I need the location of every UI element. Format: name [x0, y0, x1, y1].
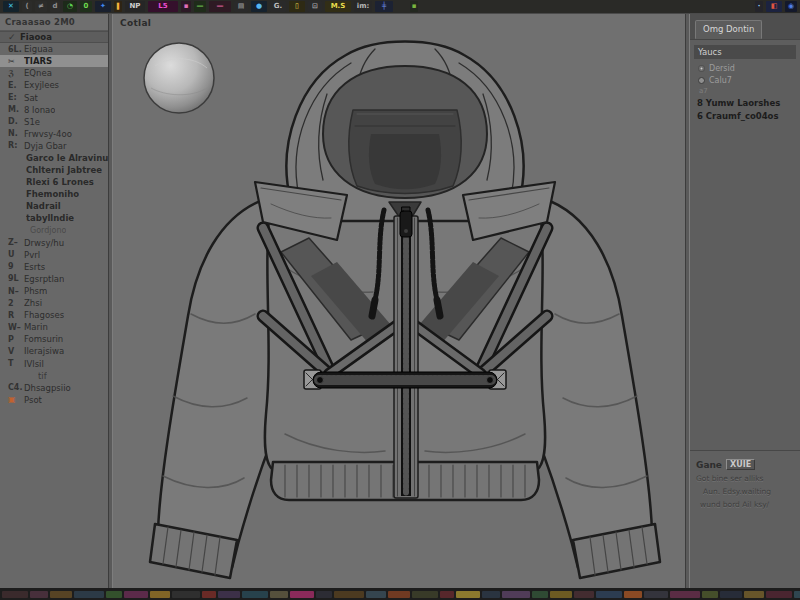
sidebar-item-22[interactable]: N–Phsm [0, 285, 108, 297]
radio-option-2[interactable]: Calu7 [690, 74, 800, 86]
sidebar-item-11[interactable]: Garco le Alravinus i6 [0, 152, 108, 164]
sidebar-item-17[interactable]: Gordjono [0, 225, 108, 237]
sidebar-item-9[interactable]: N.Frwvsy-4oo [0, 128, 108, 140]
green-ring-icon[interactable]: ◔ [63, 1, 77, 12]
equals-icon[interactable]: ≠ [35, 1, 47, 12]
sidebar-item-label: Pvrl [24, 250, 40, 260]
sidebar-item-label: Dhsagpsiio [24, 383, 71, 393]
radio-label: Calu7 [709, 76, 732, 85]
paint-tiles-icon[interactable]: L5 [148, 1, 178, 12]
sidebar-item-4[interactable]: ℨEQnea [0, 67, 108, 79]
glyph-icon: 9L [8, 274, 24, 283]
sidebar-item-19[interactable]: UPvrl [0, 249, 108, 261]
yellow-frame-icon[interactable]: ▯ [289, 1, 305, 12]
ms-label-icon[interactable]: M.S [325, 1, 351, 12]
back-arrow-icon[interactable]: ( [22, 1, 32, 12]
stat-row-1[interactable]: 8 Yumw Laorshes [690, 96, 800, 109]
noise-dot [50, 591, 72, 598]
tab-omg-dontin[interactable]: Omg Dontin [695, 20, 762, 39]
sidebar-item-14[interactable]: Fhemoniho [0, 188, 108, 200]
sidebar-item-2[interactable]: 6L.Eiguaa [0, 43, 108, 55]
sidebar-item-label: S1e [24, 117, 40, 127]
sidebar-item-8[interactable]: D.S1e [0, 116, 108, 128]
sidebar-item-13[interactable]: Rlexi 6 Lrones [0, 176, 108, 188]
glyph-icon: N. [8, 129, 24, 138]
select-cross-icon[interactable]: ✕ [3, 1, 19, 12]
garment-canvas[interactable] [113, 14, 685, 588]
main-area: Craaasao 2M0 ✓Fiaooa6L.Eiguaa✂TIARSℨEQne… [0, 14, 800, 588]
g-label-icon[interactable]: G. [270, 1, 286, 12]
noise-dot [532, 591, 548, 598]
np-label-icon[interactable]: NP [125, 1, 145, 12]
sidebar-item-30[interactable]: C4.Dhsagpsiio [0, 382, 108, 394]
sidebar-item-26[interactable]: PFomsurin [0, 333, 108, 345]
sidebar-item-5[interactable]: E.Exyjlees [0, 79, 108, 91]
sidebar-item-29[interactable]: tif [0, 370, 108, 382]
info-chip-button[interactable]: XUIE [726, 459, 755, 470]
noise-dot [290, 591, 314, 598]
glyph-icon: T [8, 359, 24, 368]
application-window: ✕(≠d◔0✦❚NPL5▪——▤●G.▯⊡M.Sim:╪▪·◧◉ Craaasa… [0, 0, 800, 600]
sidebar-item-label: tabyllndie [26, 213, 74, 223]
pink-chip-icon[interactable]: ▪ [181, 1, 191, 12]
properties-section: Yaucs Dersid Calu7 a7 8 Yumw Laorshes 6 … [690, 40, 800, 122]
info-lines: Got bine ser alliksAun. Edsy.wailtingwun… [696, 474, 794, 509]
green-dash-icon[interactable]: — [194, 1, 206, 12]
sidebar-item-label: EQnea [24, 68, 52, 78]
sidebar-item-1[interactable]: ✓Fiaooa [0, 31, 108, 43]
stat-row-2[interactable]: 6 Craumf_co04os [690, 109, 800, 122]
glyph-icon: 9 [8, 262, 24, 271]
radio-label: Dersid [709, 64, 735, 73]
sidebar-item-label: Sat [24, 93, 38, 103]
blue-globe-icon[interactable]: ● [251, 1, 267, 12]
radio-selected-icon [698, 65, 705, 72]
sidebar-item-24[interactable]: RFhagoses [0, 309, 108, 321]
sidebar-item-7[interactable]: M.8 lonao [0, 104, 108, 116]
red-blue-logo-icon[interactable]: ◧ [766, 1, 782, 12]
pen-icon[interactable]: d [50, 1, 60, 12]
plus-duo-icon[interactable]: ╪ [375, 1, 393, 12]
sidebar-list: ✓Fiaooa6L.Eiguaa✂TIARSℨEQneaE.ExyjleesE:… [0, 31, 108, 406]
green-dot-icon[interactable]: ▪ [410, 1, 418, 12]
sidebar-item-20[interactable]: 9Esrts [0, 261, 108, 273]
sidebar-item-label: Marin [24, 322, 48, 332]
viewport-3d[interactable]: Cotlal [113, 14, 685, 588]
sidebar-item-label: tif [38, 371, 47, 381]
sidebar-item-12[interactable]: Chlterni Jabtree [0, 164, 108, 176]
glyph-icon: W– [8, 323, 24, 332]
glyph-icon: 2 [8, 299, 24, 308]
noise-dot [794, 591, 800, 598]
sidebar-item-21[interactable]: 9LEgsrptlan [0, 273, 108, 285]
noise-dot [270, 591, 288, 598]
sidebar-item-25[interactable]: W–Marin [0, 321, 108, 333]
glyph-icon: P [8, 335, 24, 344]
pink-dash-icon[interactable]: — [209, 1, 231, 12]
sidebar-item-31[interactable]: ▣Psot [0, 394, 108, 406]
sidebar-item-27[interactable]: VIlerajsiwa [0, 345, 108, 357]
blue-orb-icon[interactable]: ◉ [785, 1, 797, 12]
sidebar-item-15[interactable]: Nadrail [0, 200, 108, 212]
blue-speck-icon[interactable]: · [755, 1, 763, 12]
zero-badge-icon[interactable]: 0 [80, 1, 92, 12]
sidebar-item-16[interactable]: tabyllndie [0, 212, 108, 224]
noise-dot [482, 591, 500, 598]
layers-icon[interactable]: ▤ [234, 1, 248, 12]
clipboard-icon[interactable]: ⊡ [308, 1, 322, 12]
sidebar-item-3[interactable]: ✂TIARS [0, 55, 108, 67]
noise-dot [388, 591, 410, 598]
sidebar-item-6[interactable]: E:Sat [0, 91, 108, 103]
blue-sparkle-icon[interactable]: ✦ [95, 1, 111, 12]
flame-icon[interactable]: ❚ [114, 1, 122, 12]
radio-option-1[interactable]: Dersid [690, 62, 800, 74]
sidebar-header: Craaasao 2M0 [0, 14, 108, 31]
im-label-icon[interactable]: im: [354, 1, 372, 12]
small-note: a7 [690, 86, 800, 96]
jacket-sketch [150, 42, 660, 579]
sidebar-item-10[interactable]: R:Dyja Gbar [0, 140, 108, 152]
sidebar-item-28[interactable]: TIVlsil [0, 358, 108, 370]
sidebar-item-label: IVlsil [24, 359, 44, 369]
sidebar-item-18[interactable]: Z–Drwsy/hu [0, 237, 108, 249]
sidebar-item-23[interactable]: 2Zhsi [0, 297, 108, 309]
glyph-icon: ✂ [8, 57, 24, 66]
top-toolbar: ✕(≠d◔0✦❚NPL5▪——▤●G.▯⊡M.Sim:╪▪·◧◉ [0, 0, 800, 14]
